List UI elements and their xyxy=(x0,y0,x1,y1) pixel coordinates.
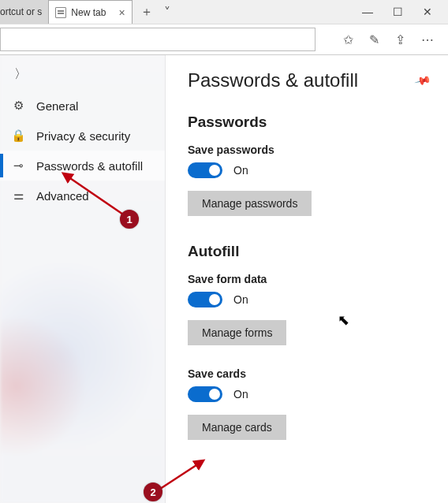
save-passwords-label: Save passwords xyxy=(188,143,429,156)
page-icon xyxy=(55,7,66,18)
sidebar-item-passwords[interactable]: ⊸ Passwords & autofill xyxy=(0,151,165,181)
key-icon: ⊸ xyxy=(11,158,25,173)
reading-list-icon[interactable]: ✎ xyxy=(369,32,379,47)
sidebar-item-general[interactable]: ⚙ General xyxy=(0,91,165,121)
tab-truncated[interactable]: ortcut or s xyxy=(0,0,48,24)
annotation-badge-2: 2 xyxy=(144,483,162,501)
save-form-data-label: Save form data xyxy=(188,273,429,285)
sidebar-item-label: General xyxy=(36,99,78,113)
close-icon[interactable]: × xyxy=(118,6,125,19)
tab-new-tab[interactable]: New tab × xyxy=(48,0,132,24)
toggle-state-label: On xyxy=(233,388,248,401)
new-tab-button[interactable]: ＋ xyxy=(140,4,153,20)
save-cards-label: Save cards xyxy=(188,367,429,380)
share-icon[interactable]: ⇪ xyxy=(395,32,405,47)
tab-label: ortcut or s xyxy=(0,6,42,17)
minimize-button[interactable]: — xyxy=(357,6,379,18)
toggle-state-label: On xyxy=(233,164,248,177)
manage-forms-button[interactable]: Manage forms xyxy=(188,320,286,345)
favorite-icon[interactable]: ✩ xyxy=(343,32,353,47)
sliders-icon: ⚌ xyxy=(11,188,25,203)
sidebar-item-advanced[interactable]: ⚌ Advanced xyxy=(0,181,165,211)
gear-icon: ⚙ xyxy=(11,99,25,113)
more-icon[interactable]: ⋯ xyxy=(421,32,434,47)
sidebar-item-label: Advanced xyxy=(36,189,89,203)
tab-dropdown-icon[interactable]: ˅ xyxy=(164,5,170,20)
lock-icon: 🔒 xyxy=(11,129,25,143)
save-cards-toggle[interactable] xyxy=(188,386,222,402)
save-passwords-toggle[interactable] xyxy=(188,162,222,178)
maximize-button[interactable]: ☐ xyxy=(386,6,409,18)
settings-panel: Passwords & autofill 📌 Passwords Save pa… xyxy=(166,55,448,503)
tab-label: New tab xyxy=(71,7,106,18)
tab-bar: ortcut or s New tab × ＋ ˅ — ☐ ✕ xyxy=(0,0,448,24)
section-heading-autofill: Autofill xyxy=(188,243,429,260)
page-title: Passwords & autofill xyxy=(188,69,416,91)
sidebar-item-label: Privacy & security xyxy=(36,129,130,143)
toggle-state-label: On xyxy=(233,293,248,306)
chevron-right-icon[interactable]: 〉 xyxy=(14,66,27,83)
manage-passwords-button[interactable]: Manage passwords xyxy=(188,191,312,216)
section-heading-passwords: Passwords xyxy=(188,114,429,131)
annotation-badge-1: 1 xyxy=(120,210,139,229)
window-controls: — ☐ ✕ xyxy=(347,0,448,24)
settings-sidebar: 〉 ⚙ General 🔒 Privacy & security ⊸ Passw… xyxy=(0,55,166,503)
pin-icon[interactable]: 📌 xyxy=(413,72,431,89)
save-form-data-toggle[interactable] xyxy=(188,292,222,307)
manage-cards-button[interactable]: Manage cards xyxy=(188,415,286,440)
cursor-icon: ⬉ xyxy=(338,311,349,329)
address-bar[interactable] xyxy=(0,28,315,51)
sidebar-item-label: Passwords & autofill xyxy=(36,159,143,173)
address-bar-row: ✩ ✎ ⇪ ⋯ xyxy=(0,24,448,55)
close-window-button[interactable]: ✕ xyxy=(416,6,439,18)
sidebar-item-privacy[interactable]: 🔒 Privacy & security xyxy=(0,121,165,151)
